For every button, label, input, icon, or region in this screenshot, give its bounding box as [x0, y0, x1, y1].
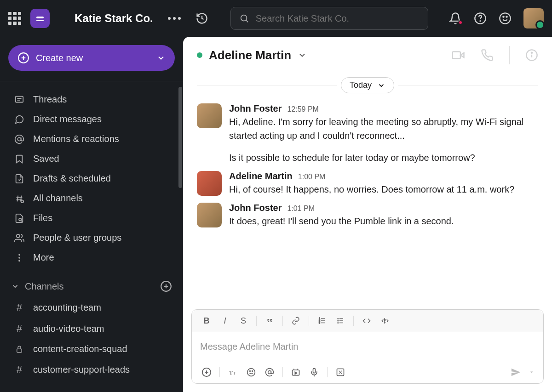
saved-icon: [14, 154, 25, 164]
date-separator-button[interactable]: Today: [341, 77, 394, 93]
channel-customer-support-leads[interactable]: #customer-support-leads: [0, 359, 183, 380]
svg-point-60: [268, 371, 271, 374]
svg-point-58: [250, 371, 251, 372]
formatting-toolbar: B I S 123: [192, 310, 543, 332]
message-avatar[interactable]: [197, 171, 222, 196]
svg-rect-0: [36, 17, 44, 18]
dm-icon: [14, 114, 25, 125]
svg-marker-68: [530, 372, 533, 373]
channel-audio-video-team[interactable]: #audio-video-team: [0, 318, 183, 339]
threads-icon: [14, 95, 25, 105]
channel-label: audio-video-team: [33, 324, 104, 334]
app-logo[interactable]: [30, 9, 50, 28]
history-icon[interactable]: [196, 12, 208, 25]
svg-text:3: 3: [319, 322, 320, 324]
sidebar-nav-drafts[interactable]: Drafts & scheduled: [0, 169, 183, 188]
video-record-button[interactable]: [288, 365, 304, 380]
chevron-down-icon: [156, 53, 166, 62]
sidebar-nav-dm[interactable]: Direct messages: [0, 109, 183, 129]
message-text: It does, great! I'll send you the Pumble…: [229, 214, 538, 228]
bullet-list-button[interactable]: [332, 313, 349, 328]
nav-label: Direct messages: [33, 114, 102, 125]
text-format-button[interactable]: TT: [224, 365, 241, 380]
chevron-down-icon: [377, 81, 385, 90]
info-icon[interactable]: [525, 49, 538, 62]
svg-line-22: [22, 221, 23, 222]
sidebar-nav-people[interactable]: People & user groups: [0, 228, 183, 248]
sidebar-nav-mentions[interactable]: Mentions & reactions: [0, 129, 183, 149]
search-bar[interactable]: [230, 7, 428, 30]
sidebar-nav-saved[interactable]: Saved: [0, 149, 183, 169]
app-launcher-icon[interactable]: [8, 12, 21, 25]
svg-point-24: [18, 254, 20, 256]
channel-content-creation-squad[interactable]: content-creation-squad: [0, 339, 183, 359]
code-button[interactable]: [358, 313, 375, 328]
send-options-button[interactable]: [526, 365, 537, 380]
channel-accounting-team[interactable]: #accounting-team: [0, 297, 183, 318]
send-button[interactable]: [506, 365, 525, 380]
svg-point-26: [18, 260, 20, 261]
message-avatar[interactable]: [197, 203, 222, 227]
sidebar-nav-allchannels[interactable]: All channels: [0, 188, 183, 208]
message-author[interactable]: John Foster: [229, 103, 282, 114]
chat-title[interactable]: Adeline Martin: [209, 48, 291, 62]
quote-button[interactable]: [261, 313, 278, 328]
message-avatar[interactable]: [197, 103, 222, 128]
add-attachment-button[interactable]: [198, 365, 215, 380]
user-avatar[interactable]: [523, 8, 544, 28]
shortcuts-button[interactable]: [332, 365, 349, 380]
audio-record-button[interactable]: [306, 365, 322, 380]
chat-title-dropdown[interactable]: [298, 51, 307, 60]
nav-label: Saved: [33, 153, 59, 164]
channels-section-header[interactable]: Channels: [0, 270, 183, 297]
bold-button[interactable]: B: [198, 313, 215, 328]
scrollbar-thumb[interactable]: [178, 87, 182, 188]
drafts-icon: [14, 174, 25, 184]
message-time: 1:00 PM: [298, 173, 326, 181]
italic-button[interactable]: I: [217, 313, 233, 328]
help-icon[interactable]: [474, 12, 487, 25]
nav-label: Files: [33, 213, 52, 223]
create-new-label: Create new: [36, 53, 83, 63]
channel-label: accounting-team: [33, 302, 101, 313]
svg-point-5: [480, 21, 480, 21]
svg-line-18: [17, 195, 18, 201]
link-button[interactable]: [288, 313, 304, 328]
svg-point-20: [21, 200, 23, 203]
emoji-picker-button[interactable]: [243, 365, 259, 380]
emoji-icon[interactable]: [499, 12, 512, 25]
mention-button[interactable]: [261, 365, 278, 380]
message-author[interactable]: John Foster: [229, 203, 282, 213]
code-block-button[interactable]: [377, 313, 393, 328]
svg-rect-30: [17, 349, 22, 352]
svg-line-3: [246, 20, 248, 22]
add-channel-button[interactable]: [160, 280, 172, 292]
hash-icon: #: [14, 364, 25, 375]
svg-rect-65: [313, 369, 316, 373]
hash-icon: #: [14, 301, 25, 313]
more-menu-icon[interactable]: [168, 17, 181, 20]
sidebar-nav-more[interactable]: More: [0, 248, 183, 267]
message: John Foster1:01 PMIt does, great! I'll s…: [197, 203, 538, 228]
strikethrough-button[interactable]: S: [235, 313, 252, 328]
svg-point-23: [17, 234, 20, 237]
channels-label: Channels: [25, 281, 64, 292]
sidebar-nav-threads[interactable]: Threads: [0, 90, 183, 109]
search-input[interactable]: [256, 13, 420, 24]
chat-panel: Adeline Martin Today: [183, 37, 552, 392]
sidebar-nav-files[interactable]: Files: [0, 208, 183, 228]
video-call-icon[interactable]: [451, 48, 465, 62]
notifications-icon[interactable]: [449, 12, 462, 25]
phone-call-icon[interactable]: [481, 49, 494, 62]
ordered-list-button[interactable]: 123: [314, 313, 330, 328]
more-icon: [14, 253, 25, 263]
create-new-button[interactable]: Create new: [8, 45, 175, 71]
nav-label: All channels: [33, 193, 83, 204]
hash-icon: #: [14, 323, 25, 335]
svg-text:T: T: [229, 369, 233, 376]
message-author[interactable]: Adeline Martin: [229, 171, 293, 182]
message-input[interactable]: Message Adeline Martin: [192, 332, 543, 361]
message: Adeline Martin1:00 PMHi, of course! It h…: [197, 171, 538, 196]
workspace-name[interactable]: Katie Stark Co.: [75, 12, 153, 25]
svg-point-59: [252, 371, 253, 372]
